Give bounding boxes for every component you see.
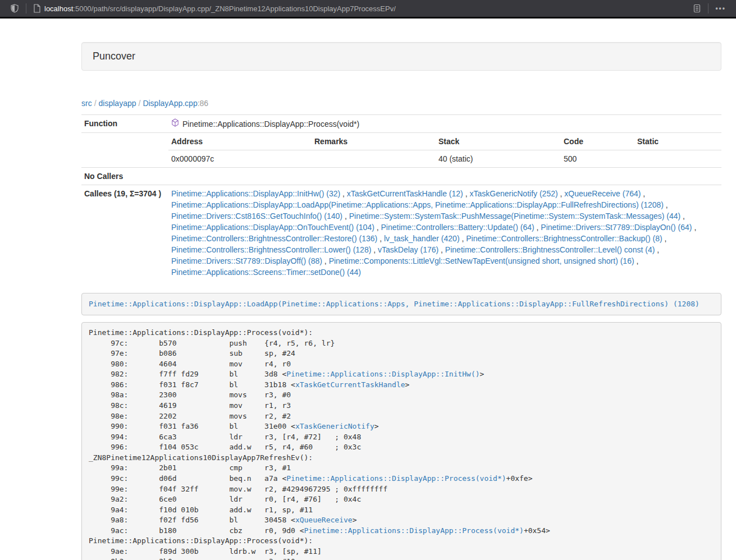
cell-remarks bbox=[312, 150, 436, 168]
callee-link[interactable]: Pinetime::Applications::DisplayApp::Init… bbox=[171, 189, 340, 198]
callee-link[interactable]: Pinetime::Controllers::BrightnessControl… bbox=[171, 234, 377, 243]
callee-link[interactable]: vTaskDelay (176) bbox=[378, 245, 438, 254]
callee-separator: , bbox=[662, 234, 667, 243]
callee-link[interactable]: xQueueReceive (764) bbox=[564, 189, 641, 198]
function-stats-table: Address Remarks Stack Code Static 0x0000… bbox=[168, 133, 721, 167]
callee-separator: , bbox=[377, 234, 384, 243]
assembly-symbol-link[interactable]: xTaskGenericNotify bbox=[295, 422, 374, 430]
callee-separator: , bbox=[322, 256, 329, 265]
assembly-symbol-link[interactable]: xTaskGetCurrentTaskHandle bbox=[295, 380, 405, 389]
callee-link[interactable]: Pinetime::Components::LittleVgl::SetNewT… bbox=[329, 256, 634, 265]
callees-list: Pinetime::Applications::DisplayApp::Init… bbox=[168, 185, 721, 281]
callee-link[interactable]: Pinetime::Drivers::St7789::DisplayOff() … bbox=[171, 256, 322, 265]
breadcrumb-separator: / bbox=[92, 99, 99, 108]
callee-link[interactable]: Pinetime::Controllers::BrightnessControl… bbox=[466, 234, 662, 243]
assembly-symbol-link[interactable]: Pinetime::Applications::DisplayApp::Proc… bbox=[304, 526, 524, 535]
callee-separator: , bbox=[371, 245, 378, 254]
callees-label: Callees (19, Σ=3704 ) bbox=[81, 185, 168, 281]
callee-link[interactable]: Pinetime::Applications::DisplayApp::Load… bbox=[171, 200, 664, 209]
app-header-panel: Puncover bbox=[81, 42, 721, 71]
callee-link[interactable]: Pinetime::System::SystemTask::PushMessag… bbox=[349, 212, 681, 221]
callee-separator: , bbox=[374, 223, 381, 232]
cell-address: 0x0000097c bbox=[168, 150, 312, 168]
assembly-symbol-link[interactable]: Pinetime::Applications::DisplayApp::Init… bbox=[286, 370, 479, 378]
column-code: Code bbox=[561, 133, 634, 150]
highlighted-callee-panel: Pinetime::Applications::DisplayApp::Load… bbox=[81, 293, 721, 315]
page-container: Puncover src/displayapp/DisplayApp.cpp:8… bbox=[81, 42, 721, 560]
function-detail-row: Address Remarks Stack Code Static 0x0000… bbox=[81, 133, 721, 168]
shield-icon[interactable] bbox=[7, 4, 22, 13]
page-info-icon[interactable] bbox=[30, 4, 44, 13]
callee-separator: , bbox=[664, 200, 668, 209]
assembly-symbol-link[interactable]: xQueueReceive bbox=[295, 516, 353, 524]
browser-toolbar: localhost:5000/path/src/displayapp/Displ… bbox=[0, 0, 736, 19]
url-path: :5000/path/src/displayapp/DisplayApp.cpp… bbox=[73, 4, 396, 13]
toolbar-divider bbox=[708, 3, 708, 13]
table-row: 0x0000097c 40 (static) 500 bbox=[168, 150, 721, 168]
assembly-listing: Pinetime::Applications::DisplayApp::Proc… bbox=[81, 322, 721, 560]
callee-link[interactable]: xTaskGenericNotify (252) bbox=[469, 189, 557, 198]
callee-link[interactable]: Pinetime::Drivers::Cst816S::GetTouchInfo… bbox=[171, 212, 342, 221]
callee-link[interactable]: Pinetime::Controllers::BrightnessControl… bbox=[171, 245, 371, 254]
column-remarks: Remarks bbox=[312, 133, 436, 150]
assembly-symbol-link[interactable]: Pinetime::Applications::DisplayApp::Proc… bbox=[286, 474, 506, 483]
callee-link[interactable]: Pinetime::Applications::Screens::Timer::… bbox=[171, 268, 361, 277]
callee-separator: , bbox=[641, 189, 645, 198]
breadcrumb-separator: / bbox=[136, 99, 143, 108]
callee-separator: , bbox=[534, 223, 541, 232]
page-title: Puncover bbox=[93, 51, 710, 62]
cell-code: 500 bbox=[561, 150, 634, 168]
column-stack: Stack bbox=[436, 133, 561, 150]
callee-separator: , bbox=[340, 189, 347, 198]
function-name: Pinetime::Applications::DisplayApp::Proc… bbox=[182, 118, 359, 130]
callee-link[interactable]: Pinetime::Drivers::St7789::DisplayOn() (… bbox=[541, 223, 692, 232]
callee-separator: , bbox=[342, 212, 349, 221]
callee-separator: , bbox=[634, 256, 639, 265]
column-static: Static bbox=[634, 133, 721, 150]
callee-separator: , bbox=[438, 245, 445, 254]
breadcrumb-link-src[interactable]: src bbox=[81, 99, 92, 108]
breadcrumb: src/displayapp/DisplayApp.cpp:86 bbox=[81, 99, 721, 108]
cell-stack: 40 (static) bbox=[436, 150, 561, 168]
breadcrumb-line-number: :86 bbox=[198, 99, 208, 108]
callee-link[interactable]: lv_task_handler (420) bbox=[384, 234, 460, 243]
no-callers-label: No Callers bbox=[81, 168, 168, 185]
column-address: Address bbox=[168, 133, 312, 150]
callee-link[interactable]: Pinetime::Controllers::Battery::Update()… bbox=[381, 223, 534, 232]
menu-dots-icon[interactable]: ••• bbox=[712, 4, 729, 12]
callee-separator: , bbox=[692, 223, 697, 232]
function-table: Function Pinetime::Applications::Display… bbox=[81, 114, 721, 281]
address-bar[interactable]: localhost:5000/path/src/displayapp/Displ… bbox=[44, 4, 689, 13]
callee-separator: , bbox=[558, 189, 565, 198]
highlighted-callee-link[interactable]: Pinetime::Applications::DisplayApp::Load… bbox=[89, 300, 700, 308]
toolbar-divider bbox=[26, 3, 26, 13]
callee-separator: , bbox=[680, 212, 685, 221]
function-label: Function bbox=[81, 115, 168, 133]
url-host: localhost bbox=[44, 4, 73, 13]
reader-mode-icon[interactable] bbox=[689, 4, 705, 13]
callee-separator: , bbox=[460, 234, 467, 243]
callee-link[interactable]: Pinetime::Controllers::BrightnessControl… bbox=[445, 245, 655, 254]
breadcrumb-link-displayapp[interactable]: displayapp bbox=[99, 99, 136, 108]
function-cube-icon bbox=[171, 118, 179, 130]
no-callers-row: No Callers bbox=[81, 168, 721, 185]
callee-link[interactable]: Pinetime::Applications::DisplayApp::OnTo… bbox=[171, 223, 374, 232]
cell-static bbox=[634, 150, 721, 168]
url-text: localhost:5000/path/src/displayapp/Displ… bbox=[44, 4, 396, 13]
function-row: Function Pinetime::Applications::Display… bbox=[81, 115, 721, 133]
callees-row: Callees (19, Σ=3704 ) Pinetime::Applicat… bbox=[81, 185, 721, 281]
breadcrumb-link-file[interactable]: DisplayApp.cpp bbox=[143, 99, 197, 108]
callee-separator: , bbox=[655, 245, 659, 254]
callee-separator: , bbox=[463, 189, 470, 198]
callee-link[interactable]: xTaskGetCurrentTaskHandle (12) bbox=[347, 189, 463, 198]
